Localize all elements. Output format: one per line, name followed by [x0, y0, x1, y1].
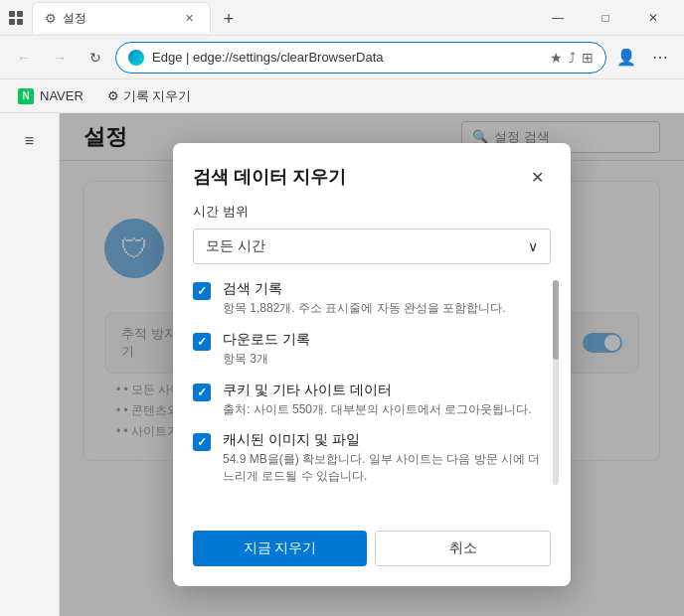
clear-now-button[interactable]: 지금 지우기: [193, 531, 367, 566]
scroll-track: [553, 280, 559, 485]
svg-rect-2: [9, 19, 15, 25]
modal-close-button[interactable]: ✕: [523, 163, 551, 191]
chevron-down-icon: ∨: [528, 238, 538, 254]
download-history-label: 다운로드 기록: [223, 331, 551, 349]
address-bar: ← → ↻ Edge | edge://settings/clearBrowse…: [0, 36, 684, 79]
toolbar-right: 👤 ⋯: [610, 42, 676, 74]
profile-button[interactable]: 👤: [610, 42, 642, 74]
modal-footer: 지금 지우기 취소: [173, 519, 571, 586]
address-text: Edge | edge://settings/clearBrowserData: [152, 50, 542, 65]
clear-history-label: 기록 지우기: [123, 87, 192, 105]
title-bar: ⚙ 설정 ✕ + — □ ✕: [0, 0, 684, 36]
cookies-checkbox[interactable]: [193, 384, 211, 401]
cookies-label: 쿠키 및 기타 사이트 데이터: [223, 382, 551, 399]
cookies-text: 쿠키 및 기타 사이트 데이터 출처: 사이트 550개. 대부분의 사이트에서…: [223, 382, 551, 418]
back-button[interactable]: ←: [8, 42, 40, 74]
browsing-history-checkbox[interactable]: [193, 282, 211, 300]
forward-button[interactable]: →: [44, 42, 76, 74]
share-icon[interactable]: ⤴: [569, 50, 576, 66]
download-history-checkbox[interactable]: [193, 333, 211, 351]
browsing-history-desc: 항목 1,882개. 주소 표시줄에 자동 완성을 포함합니다.: [223, 300, 551, 317]
tab-settings-icon: ⚙: [45, 11, 57, 26]
cached-files-item: 캐시된 이미지 및 파일 54.9 MB을(를) 확보합니다. 일부 사이트는 …: [193, 431, 551, 485]
clear-browsing-data-dialog: 검색 데이터 지우기 ✕ 시간 범위 모든 시간 ∨: [173, 143, 571, 586]
sidebar-collections-icon[interactable]: ⊞: [582, 50, 594, 66]
url-prefix: edge://: [193, 50, 233, 65]
window-controls: — □ ✕: [535, 0, 676, 36]
close-window-button[interactable]: ✕: [630, 0, 676, 36]
download-history-text: 다운로드 기록 항목 3개: [223, 331, 551, 368]
modal-title: 검색 데이터 지우기: [193, 165, 346, 189]
modal-header: 검색 데이터 지우기 ✕: [173, 143, 571, 203]
svg-rect-0: [9, 11, 15, 17]
window-icon: [8, 10, 24, 26]
checkbox-list: 검색 기록 항목 1,882개. 주소 표시줄에 자동 완성을 포함합니다. 다…: [193, 280, 551, 485]
address-bar-input[interactable]: Edge | edge://settings/clearBrowserData …: [115, 42, 606, 74]
favorite-icon[interactable]: ★: [550, 50, 563, 66]
time-range-select[interactable]: 모든 시간 ∨: [193, 229, 551, 264]
browsing-history-text: 검색 기록 항목 1,882개. 주소 표시줄에 자동 완성을 포함합니다.: [223, 280, 551, 317]
settings-page: 설정 🔍 설정 검색 🛡 추적 방지 웹 사이트는 추 정보를 사용하여 추적기…: [60, 113, 684, 616]
main-content: ≡ 설정 🔍 설정 검색 🛡 추적 방지 웹 사이트는 추 정보를 사용: [0, 113, 684, 616]
favorites-bar: N NAVER ⚙ 기록 지우기: [0, 79, 684, 113]
modal-body: 시간 범위 모든 시간 ∨ 검색 기록 항목 1,882개. 주소 표시줄에 자…: [173, 203, 571, 519]
svg-rect-1: [17, 11, 23, 17]
browsing-history-label: 검색 기록: [223, 280, 551, 298]
tab-area: ⚙ 설정 ✕ +: [32, 2, 535, 33]
url-path: settings: [233, 50, 277, 65]
tab-close-button[interactable]: ✕: [180, 9, 198, 27]
settings-more-button[interactable]: ⋯: [644, 42, 676, 74]
modal-overlay: 검색 데이터 지우기 ✕ 시간 범위 모든 시간 ∨: [60, 113, 684, 616]
cancel-button[interactable]: 취소: [375, 531, 551, 566]
naver-favorite[interactable]: N NAVER: [12, 84, 89, 108]
download-history-desc: 항목 3개: [223, 351, 551, 368]
cached-files-text: 캐시된 이미지 및 파일 54.9 MB을(를) 확보합니다. 일부 사이트는 …: [223, 431, 551, 485]
time-range-label: 시간 범위: [193, 203, 551, 221]
scroll-thumb[interactable]: [553, 280, 559, 360]
settings-fav-icon: ⚙: [107, 88, 119, 103]
cached-files-checkbox[interactable]: [193, 433, 211, 451]
naver-icon: N: [18, 88, 34, 104]
naver-label: NAVER: [40, 88, 84, 103]
browsing-history-item: 검색 기록 항목 1,882개. 주소 표시줄에 자동 완성을 포함합니다.: [193, 280, 551, 317]
minimize-button[interactable]: —: [535, 0, 581, 36]
cookies-item: 쿠키 및 기타 사이트 데이터 출처: 사이트 550개. 대부분의 사이트에서…: [193, 382, 551, 418]
svg-rect-3: [17, 19, 23, 25]
active-tab[interactable]: ⚙ 설정 ✕: [32, 2, 211, 33]
refresh-button[interactable]: ↻: [80, 42, 111, 74]
cached-files-desc: 54.9 MB을(를) 확보합니다. 일부 사이트는 다음 방문 시에 더 느리…: [223, 451, 551, 485]
browser-name: Edge: [152, 50, 182, 65]
download-history-item: 다운로드 기록 항목 3개: [193, 331, 551, 368]
edge-logo-icon: [128, 50, 144, 66]
new-tab-button[interactable]: +: [215, 5, 243, 33]
time-range-value: 모든 시간: [206, 237, 265, 255]
address-icons: ★ ⤴ ⊞: [550, 50, 594, 66]
url-page: clearBrowserData: [280, 50, 383, 65]
sidebar-menu-button[interactable]: ≡: [12, 123, 48, 159]
settings-sidebar: ≡: [0, 113, 60, 616]
cookies-desc: 출처: 사이트 550개. 대부분의 사이트에서 로그아웃됩니다.: [223, 401, 551, 418]
cached-files-label: 캐시된 이미지 및 파일: [223, 431, 551, 449]
title-bar-left: [8, 10, 24, 26]
maximize-button[interactable]: □: [583, 0, 628, 36]
clear-history-favorite[interactable]: ⚙ 기록 지우기: [101, 83, 198, 109]
tab-title: 설정: [63, 10, 86, 27]
